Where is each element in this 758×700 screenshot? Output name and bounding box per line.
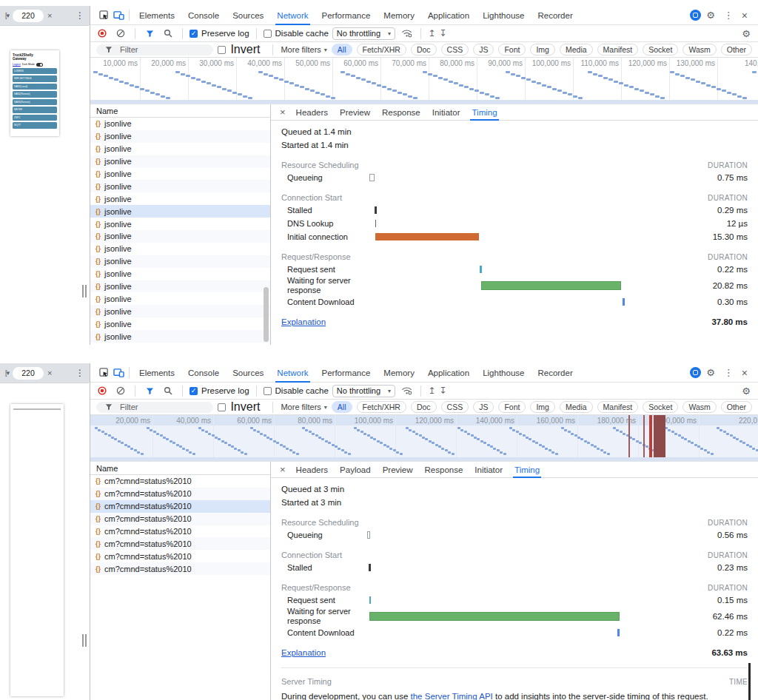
network-conditions-icon[interactable]: [399, 26, 414, 41]
preserve-log-checkbox[interactable]: ✓: [190, 30, 198, 38]
server-timing-api-link[interactable]: the Server Timing API: [411, 692, 493, 700]
record-icon[interactable]: [95, 383, 110, 398]
kebab-menu-icon[interactable]: ⋮: [724, 368, 734, 377]
tab-elements[interactable]: Elements: [133, 363, 181, 382]
request-row[interactable]: {}jsonlive: [90, 205, 270, 218]
detail-tab-response[interactable]: Response: [419, 462, 469, 477]
request-row[interactable]: {}jsonlive: [90, 243, 270, 255]
request-type-filter-media[interactable]: Media: [560, 401, 593, 413]
record-icon[interactable]: [95, 26, 110, 41]
request-row[interactable]: {}jsonlive: [90, 280, 270, 293]
tab-elements[interactable]: Elements: [133, 6, 181, 24]
tab-recorder[interactable]: Recorder: [531, 363, 579, 382]
mini-page-button[interactable]: WIFI SETTINGS: [13, 75, 57, 82]
request-row[interactable]: {}jsonlive: [90, 317, 270, 330]
mini-page-button[interactable]: ZSPC: [13, 115, 57, 121]
close-detail-icon[interactable]: ×: [275, 107, 290, 118]
browser-menu-icon[interactable]: ⋮: [76, 10, 84, 21]
tab-network[interactable]: Network: [270, 363, 315, 382]
filter-icon[interactable]: [142, 383, 157, 398]
close-devtools-icon[interactable]: ×: [742, 10, 748, 21]
request-type-filter-css[interactable]: CSS: [441, 44, 469, 55]
more-filters-button[interactable]: More filters▾: [281, 403, 326, 411]
detail-tab-headers[interactable]: Headers: [290, 462, 334, 477]
tab-recorder[interactable]: Recorder: [531, 6, 579, 24]
request-type-filter-other[interactable]: Other: [721, 401, 752, 413]
import-har-icon[interactable]: ↥: [428, 386, 435, 395]
request-row[interactable]: {}jsonlive: [90, 330, 270, 343]
request-type-filter-manifest[interactable]: Manifest: [597, 44, 639, 55]
inspect-icon[interactable]: [96, 8, 111, 23]
dock-resize-handle[interactable]: [82, 634, 88, 647]
tab-sources[interactable]: Sources: [226, 363, 270, 382]
filter-funnel-icon[interactable]: [101, 400, 116, 414]
tab-lighthouse[interactable]: Lighthouse: [476, 363, 531, 382]
device-toolbar-icon[interactable]: [111, 8, 126, 23]
mini-page-button[interactable]: LUSENS: [13, 68, 57, 75]
request-row[interactable]: {}jsonlive: [90, 155, 270, 168]
request-table-header[interactable]: Name: [90, 462, 270, 475]
settings-gear-icon[interactable]: ⚙: [706, 368, 715, 377]
request-type-filter-socket[interactable]: Socket: [643, 44, 678, 55]
request-row[interactable]: {}cm?cmnd=status%2010: [90, 513, 270, 525]
export-har-icon[interactable]: ↧: [439, 386, 446, 395]
detail-tab-headers[interactable]: Headers: [290, 104, 334, 120]
dark-mode-toggle[interactable]: [36, 63, 43, 67]
request-type-filter-js[interactable]: JS: [473, 44, 494, 55]
request-list-scrollbar[interactable]: [264, 287, 269, 342]
close-tab-icon[interactable]: ×: [47, 11, 52, 20]
mini-page-button[interactable]: METER: [13, 107, 57, 113]
search-icon[interactable]: [161, 383, 175, 398]
import-har-icon[interactable]: ↥: [428, 29, 435, 38]
invert-checkbox[interactable]: [218, 46, 226, 54]
invert-checkbox[interactable]: [218, 403, 226, 411]
filter-funnel-icon[interactable]: [101, 42, 116, 57]
more-filters-button[interactable]: More filters▾: [281, 45, 326, 54]
tab-console[interactable]: Console: [181, 6, 226, 24]
export-har-icon[interactable]: ↧: [439, 29, 446, 38]
devtools-window[interactable]: [▾220×⋮ElementsConsoleSourcesNetworkPerf…: [0, 363, 758, 700]
clear-icon[interactable]: [113, 383, 128, 398]
inspect-icon[interactable]: [96, 366, 111, 380]
tab-application[interactable]: Application: [421, 6, 476, 24]
request-row[interactable]: {}cm?cmnd=status%2010: [90, 537, 270, 550]
browser-menu-icon[interactable]: ⋮: [76, 368, 84, 378]
detail-scrollbar[interactable]: [748, 663, 751, 700]
request-table-header[interactable]: Name: [90, 104, 270, 118]
detail-tab-initiator[interactable]: Initiator: [469, 462, 509, 477]
network-overview[interactable]: 10,000 ms20,000 ms30,000 ms40,000 ms50,0…: [90, 58, 758, 104]
tab-memory[interactable]: Memory: [377, 6, 421, 24]
logout-link[interactable]: Logout: [13, 63, 21, 66]
tab-list-icon[interactable]: [▾: [5, 12, 9, 19]
close-detail-icon[interactable]: ×: [275, 464, 290, 475]
explanation-link[interactable]: Explanation: [281, 648, 326, 657]
tab-network[interactable]: Network: [270, 6, 315, 24]
request-type-filter-fetchxhr[interactable]: Fetch/XHR: [357, 401, 406, 413]
request-type-filter-manifest[interactable]: Manifest: [597, 401, 639, 413]
kebab-menu-icon[interactable]: ⋮: [724, 10, 734, 20]
detail-tab-payload[interactable]: Payload: [334, 462, 377, 477]
request-type-filter-font[interactable]: Font: [498, 401, 526, 413]
disable-cache-checkbox[interactable]: [264, 30, 272, 38]
request-row[interactable]: {}jsonlive: [90, 143, 270, 155]
cast-icon[interactable]: [690, 367, 701, 378]
request-type-filter-wasm[interactable]: Wasm: [682, 44, 716, 55]
request-type-filter-fetchxhr[interactable]: Fetch/XHR: [357, 44, 406, 55]
request-type-filter-socket[interactable]: Socket: [643, 401, 678, 413]
device-toolbar-icon[interactable]: [111, 366, 126, 380]
network-settings-gear-icon[interactable]: ⚙: [742, 386, 751, 396]
request-type-filter-doc[interactable]: Doc: [411, 44, 437, 55]
request-row[interactable]: {}cm?cmnd=status%2010: [90, 550, 270, 562]
network-overview[interactable]: 20,000 ms40,000 ms60,000 ms80,000 ms100,…: [90, 415, 758, 462]
request-type-filter-css[interactable]: CSS: [441, 401, 469, 413]
tab-console[interactable]: Console: [181, 363, 226, 382]
request-row[interactable]: {}jsonlive: [90, 255, 270, 268]
throttling-select[interactable]: No throttling▾: [332, 385, 395, 397]
request-row[interactable]: {}jsonlive: [90, 168, 270, 181]
cast-icon[interactable]: [690, 10, 701, 21]
request-row[interactable]: {}jsonlive: [90, 230, 270, 243]
devtools-window[interactable]: [▾220×⋮Truck2ShellyGatewayLogoutDark Mod…: [0, 6, 758, 345]
tab-lighthouse[interactable]: Lighthouse: [476, 6, 531, 24]
request-row[interactable]: {}jsonlive: [90, 268, 270, 280]
request-type-filter-font[interactable]: Font: [498, 44, 526, 55]
